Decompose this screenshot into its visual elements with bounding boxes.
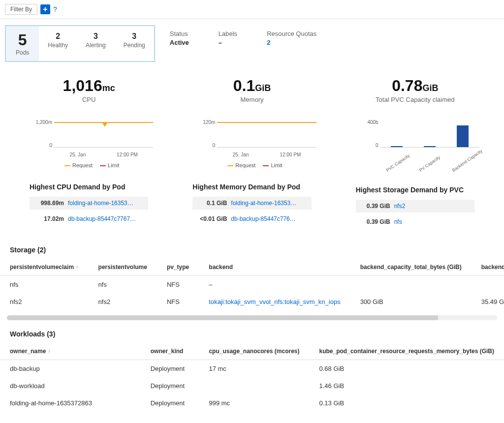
workloads-table: owner_name↑ owner_kind cpu_usage_nanocor… [0,343,504,412]
pvc-link[interactable]: nfs [394,218,471,225]
pod-link[interactable]: folding-at-home-16353… [68,200,144,207]
filter-by-button[interactable]: Filter By [5,4,37,15]
col-pvc[interactable]: persistentvolumeclaim↑ [0,259,89,276]
pods-pending[interactable]: 3 Pending [115,26,154,61]
mem-demand-title: Highest Memory Demand by Pod [192,183,331,191]
col-cap-total[interactable]: backend_capacity_total_bytes (GiB) [350,259,472,276]
meta-labels: Labels – [219,30,237,46]
pod-link[interactable]: folding-at-home-16353… [231,200,307,207]
pvc-demand-row: 0.39 GiB nfs2 [356,200,474,212]
col-cpu[interactable]: cpu_usage_nanocores (mcores) [199,343,309,360]
bar-backend-capacity [457,125,469,147]
table-row[interactable]: folding-at-home-1635372863 Deployment 99… [0,394,504,412]
cpu-demand-row: 998.69m folding-at-home-16353… [30,197,148,210]
pvc-link[interactable]: nfs2 [394,203,471,210]
col-pv[interactable]: persistentvolume [89,259,157,276]
metrics-row: 1,016mc CPU 1,200m 0 25. Jan 12:00 PM Re… [0,62,504,236]
cpu-legend: Request Limit [10,162,168,168]
meta-row: Status Active Labels – Resource Quotas 2 [170,25,317,51]
mem-legend: Request Limit [173,162,331,168]
swatch-orange [64,165,70,166]
mem-value: 0.1 [233,77,255,94]
meta-resource-quotas: Resource Quotas 2 [267,30,316,46]
bar-pv-capacity [424,146,436,147]
swatch-red [100,165,106,166]
col-cap-used[interactable]: backend_capacity_us [472,259,504,276]
filter-bar: Filter By + ? [0,0,504,19]
pods-alerting[interactable]: 3 Alerting [77,26,115,61]
meta-status: Status Active [170,30,189,46]
sort-up-icon: ↑ [48,348,51,354]
swatch-orange [227,165,233,166]
metric-cpu: 1,016mc CPU 1,200m 0 25. Jan 12:00 PM Re… [10,77,168,231]
col-owner-name[interactable]: owner_name↑ [0,343,141,360]
table-row[interactable]: db-workload Deployment 1.46 GiB [0,377,504,394]
pods-healthy[interactable]: 2 Healthy [39,26,77,61]
workloads-title: Workloads (3) [0,320,504,343]
pvc-value: 0.78 [392,77,422,94]
cpu-demand-title: Highest CPU Demand by Pod [30,183,168,191]
bar-pvc-capacity [391,146,403,147]
pvc-demand-title: Highest Storage Demand by PVC [356,186,494,194]
metric-pvc: 0.78GiB Total PVC Capacity claimed 400b … [336,77,494,231]
resource-quotas-link[interactable]: 2 [267,39,316,46]
col-owner-kind[interactable]: owner_kind [141,343,199,360]
cpu-value: 1,016 [63,77,102,94]
pod-link[interactable]: db-backup-85447c7767… [68,215,144,222]
storage-title: Storage (2) [0,236,504,259]
pods-total-value: 5 [16,31,29,49]
pods-total-label: Pods [16,49,29,56]
backend-link[interactable]: tokaji:tokaji_svm_vvol_nfs:tokaji_svm_kn… [209,298,340,305]
pvc-demand-row: 0.39 GiB nfs [356,215,474,228]
horizontal-scrollbar[interactable] [7,315,497,320]
col-mem[interactable]: kube_pod_container_resource_requests_mem… [310,343,504,360]
cpu-chart: 1,200m 0 25. Jan 12:00 PM [25,118,153,157]
mem-chart: 120m 0 25. Jan 12:00 PM [188,118,316,157]
help-icon[interactable]: ? [53,5,57,13]
mem-demand-row: <0.01 GiB db-backup-85447c776… [192,212,311,225]
mem-demand-row: 0.1 GiB folding-at-home-16353… [192,197,311,210]
storage-table: persistentvolumeclaim↑ persistentvolume … [0,259,504,310]
metric-memory: 0.1GiB Memory 120m 0 25. Jan 12:00 PM Re… [173,77,331,231]
table-row[interactable]: nfs nfs NFS – [0,276,504,294]
summary-row: 5 Pods 2 Healthy 3 Alerting 3 Pending St… [0,19,504,62]
pod-link[interactable]: db-backup-85447c776… [231,215,307,222]
cpu-demand-row: 17.02m db-backup-85447c7767… [30,212,148,225]
col-pv-type[interactable]: pv_type [157,259,199,276]
swatch-red [263,165,269,166]
pods-total[interactable]: 5 Pods [6,26,39,61]
table-row[interactable]: db-backup Deployment 17 mc 0.68 GiB [0,360,504,378]
add-filter-button[interactable]: + [40,4,50,14]
mem-request-line [217,122,316,123]
table-row[interactable]: nfs2 nfs2 NFS tokaji:tokaji_svm_vvol_nfs… [0,293,504,310]
sort-up-icon: ↑ [76,264,79,270]
pvc-chart: 400b 0 PVC Capacity PV Capacity Backend … [351,118,479,157]
col-backend[interactable]: backend [199,259,350,276]
pods-card: 5 Pods 2 Healthy 3 Alerting 3 Pending [5,25,155,62]
